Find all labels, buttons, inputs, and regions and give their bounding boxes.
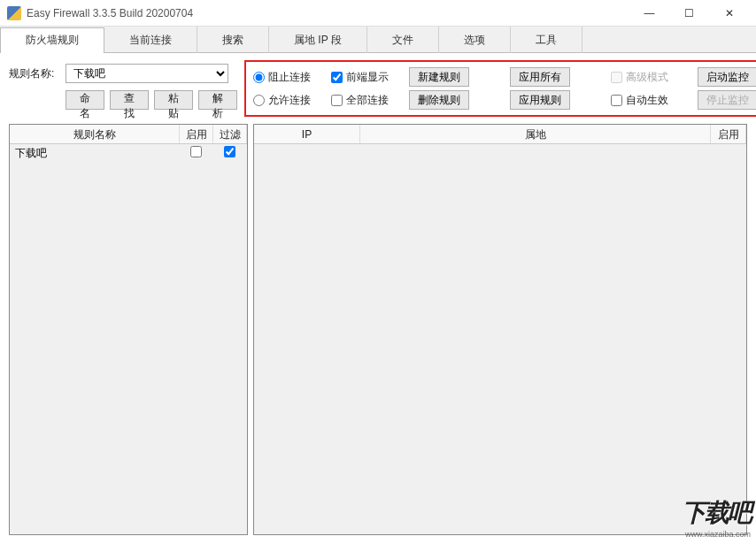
table-row[interactable]: 下载吧 bbox=[10, 144, 247, 162]
ip-list-body[interactable] bbox=[254, 144, 746, 534]
app-icon bbox=[7, 6, 21, 20]
col-rule-name[interactable]: 规则名称 bbox=[10, 125, 180, 143]
parse-button[interactable]: 解析 bbox=[198, 90, 237, 110]
start-monitor-button[interactable]: 启动监控 bbox=[698, 67, 756, 87]
controls-area: 规则名称: 下载吧 命名 查找 粘贴 解析 阻止连接 前端显示 bbox=[0, 53, 756, 124]
tab-search[interactable]: 搜索 bbox=[197, 27, 269, 53]
cell-rule-name: 下载吧 bbox=[10, 146, 180, 161]
minimize-button[interactable]: — bbox=[629, 0, 669, 27]
chk-front-display-input[interactable] bbox=[331, 72, 343, 83]
tab-firewall-rules[interactable]: 防火墙规则 bbox=[0, 27, 104, 53]
col-ip-enable[interactable]: 启用 bbox=[711, 125, 746, 143]
apply-rule-button[interactable]: 应用规则 bbox=[510, 90, 570, 110]
checkbox-all-connections[interactable]: 全部连接 bbox=[331, 93, 400, 108]
col-filter[interactable]: 过滤 bbox=[213, 125, 247, 143]
titlebar: Easy Firewall 3.3.5 Build 20200704 — ☐ ✕ bbox=[0, 0, 756, 27]
window-title: Easy Firewall 3.3.5 Build 20200704 bbox=[27, 7, 629, 19]
radio-allow-input[interactable] bbox=[253, 95, 265, 106]
row-enable-checkbox[interactable] bbox=[190, 146, 202, 157]
col-enable[interactable]: 启用 bbox=[180, 125, 213, 143]
row-filter-checkbox[interactable] bbox=[224, 146, 235, 157]
radio-allow-connection[interactable]: 允许连接 bbox=[253, 93, 322, 108]
col-location[interactable]: 属地 bbox=[360, 125, 711, 143]
checkbox-advanced-mode: 高级模式 bbox=[611, 70, 680, 85]
radio-block-input[interactable] bbox=[253, 72, 265, 83]
apply-all-button[interactable]: 应用所有 bbox=[510, 67, 570, 87]
rename-button[interactable]: 命名 bbox=[66, 90, 104, 110]
new-rule-button[interactable]: 新建规则 bbox=[409, 67, 469, 87]
options-box: 阻止连接 前端显示 新建规则 应用所有 高级模式 启动监控 bbox=[244, 60, 756, 117]
tab-current-connections[interactable]: 当前连接 bbox=[104, 27, 197, 53]
panels-area: 规则名称 启用 过滤 下载吧 IP 属地 启用 bbox=[0, 124, 756, 544]
close-button[interactable]: ✕ bbox=[709, 0, 749, 27]
tab-options[interactable]: 选项 bbox=[439, 27, 511, 53]
delete-rule-button[interactable]: 删除规则 bbox=[409, 90, 469, 110]
chk-all-connect-input[interactable] bbox=[331, 95, 343, 106]
maximize-button[interactable]: ☐ bbox=[669, 0, 709, 27]
tab-tools[interactable]: 工具 bbox=[511, 27, 582, 53]
ip-list-panel: IP 属地 启用 bbox=[253, 124, 747, 535]
find-button[interactable]: 查找 bbox=[110, 90, 149, 110]
col-ip[interactable]: IP bbox=[254, 125, 360, 143]
rules-list-body[interactable]: 下载吧 bbox=[10, 144, 247, 534]
rule-name-select[interactable]: 下载吧 bbox=[66, 64, 228, 83]
stop-monitor-button: 停止监控 bbox=[698, 90, 756, 110]
tab-file[interactable]: 文件 bbox=[367, 27, 439, 53]
chk-advanced-input bbox=[611, 72, 622, 83]
paste-button[interactable]: 粘贴 bbox=[154, 90, 193, 110]
chk-auto-effect-input[interactable] bbox=[611, 95, 622, 106]
rule-name-label: 规则名称: bbox=[9, 66, 60, 81]
tab-bar: 防火墙规则 当前连接 搜索 属地 IP 段 文件 选项 工具 bbox=[0, 27, 756, 53]
rules-list-header: 规则名称 启用 过滤 bbox=[10, 125, 247, 144]
ip-list-header: IP 属地 启用 bbox=[254, 125, 746, 144]
radio-block-connection[interactable]: 阻止连接 bbox=[253, 70, 322, 85]
checkbox-auto-effect[interactable]: 自动生效 bbox=[611, 93, 680, 108]
checkbox-front-display[interactable]: 前端显示 bbox=[331, 70, 400, 85]
tab-location-ip[interactable]: 属地 IP 段 bbox=[269, 27, 367, 53]
rules-list-panel: 规则名称 启用 过滤 下载吧 bbox=[9, 124, 248, 535]
